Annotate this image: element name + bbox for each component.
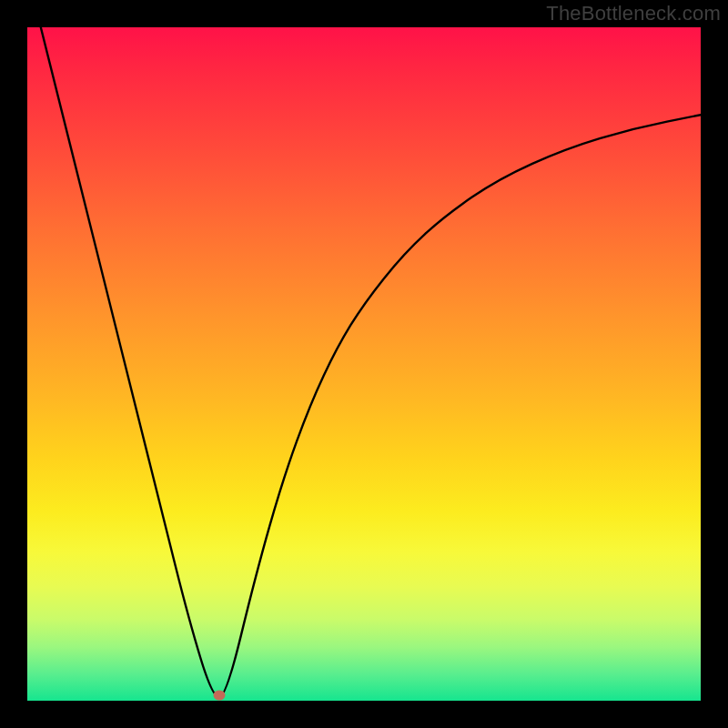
min-marker-dot xyxy=(213,691,225,701)
bottleneck-curve xyxy=(27,27,701,701)
watermark-text: TheBottleneck.com xyxy=(546,2,721,25)
chart-frame: TheBottleneck.com xyxy=(0,0,728,728)
plot-area xyxy=(27,27,701,701)
